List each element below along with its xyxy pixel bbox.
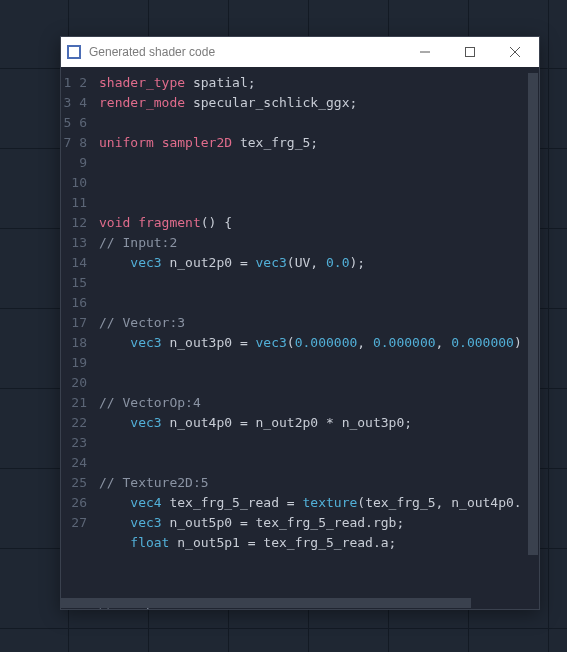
window-minimize-button[interactable] bbox=[402, 37, 447, 67]
vertical-scrollbar-thumb[interactable] bbox=[528, 73, 538, 555]
line-number-gutter: 1 2 3 4 5 6 7 8 9 10 11 12 13 14 15 16 1… bbox=[61, 73, 93, 609]
window-titlebar[interactable]: Generated shader code bbox=[61, 37, 539, 67]
window-maximize-button[interactable] bbox=[447, 37, 492, 67]
horizontal-scrollbar-thumb[interactable] bbox=[61, 598, 471, 608]
svg-rect-0 bbox=[465, 48, 474, 57]
vertical-scrollbar[interactable] bbox=[528, 73, 538, 597]
shader-code-window: Generated shader code 1 2 3 4 5 6 7 8 9 … bbox=[60, 36, 540, 610]
window-title: Generated shader code bbox=[89, 45, 402, 59]
window-close-button[interactable] bbox=[492, 37, 537, 67]
horizontal-scrollbar[interactable] bbox=[61, 598, 527, 608]
code-editor[interactable]: 1 2 3 4 5 6 7 8 9 10 11 12 13 14 15 16 1… bbox=[61, 67, 539, 609]
app-icon bbox=[67, 45, 81, 59]
code-area[interactable]: shader_type spatial; render_mode specula… bbox=[93, 73, 539, 609]
